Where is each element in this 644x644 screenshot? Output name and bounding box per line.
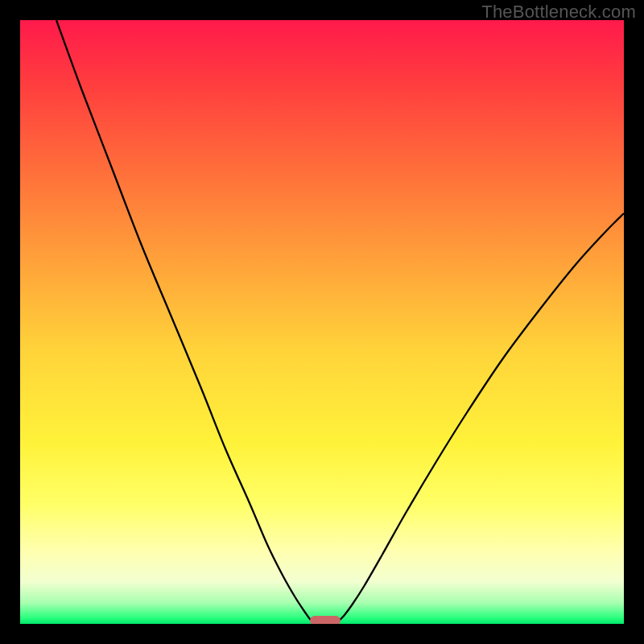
watermark-text: TheBottleneck.com [481,2,636,23]
optimum-marker [310,616,341,624]
curve-left-branch [56,20,314,623]
curve-layer [20,20,624,624]
curve-right-branch [336,213,624,623]
plot-area [20,20,624,624]
chart-frame: TheBottleneck.com [0,0,644,644]
